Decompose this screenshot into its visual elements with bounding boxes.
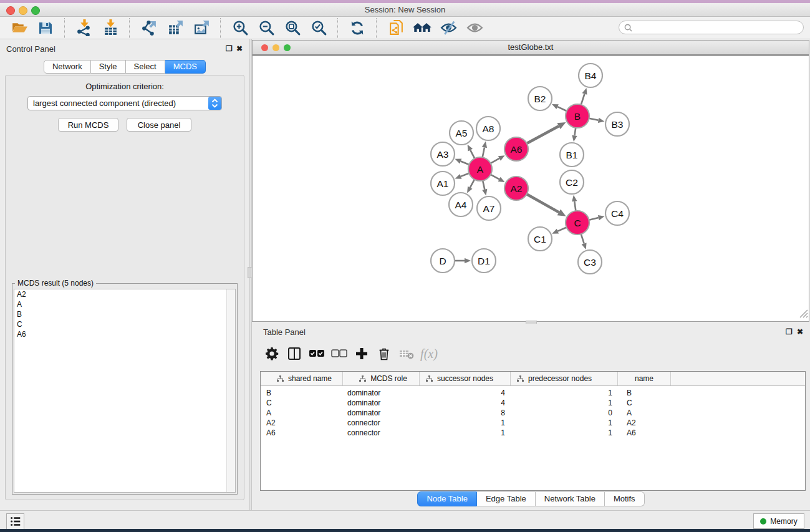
table-row[interactable]: A6connector11A6 bbox=[261, 428, 805, 438]
toolbar-separator bbox=[64, 18, 65, 38]
search-field[interactable] bbox=[635, 22, 803, 32]
graph-edge-A-A6[interactable] bbox=[491, 158, 499, 163]
table-row[interactable]: Adominator80A bbox=[261, 408, 805, 418]
resize-grip-icon[interactable] bbox=[799, 309, 808, 321]
table-panel-title: Table Panel bbox=[263, 327, 306, 337]
column-header-successor-nodes[interactable]: successor nodes bbox=[420, 372, 511, 385]
table-row[interactable]: Bdominator41B bbox=[261, 388, 805, 398]
hide-selected-icon[interactable] bbox=[438, 18, 458, 38]
import-network-icon[interactable] bbox=[74, 18, 94, 38]
mcds-result-item[interactable]: A bbox=[14, 299, 235, 309]
table-cell: B bbox=[261, 389, 343, 397]
show-all-icon[interactable] bbox=[465, 18, 485, 38]
table-cell: 4 bbox=[420, 389, 511, 397]
table-cell: C bbox=[618, 399, 671, 407]
mcds-result-item[interactable]: C bbox=[14, 319, 235, 329]
graph-edge-A-A4[interactable] bbox=[470, 180, 475, 188]
graph-edge-B-B3[interactable] bbox=[589, 118, 599, 120]
tab-style[interactable]: Style bbox=[91, 60, 126, 74]
delete-row-icon[interactable] bbox=[373, 344, 395, 363]
zoom-selected-icon[interactable] bbox=[309, 18, 329, 38]
tab-edge-table[interactable]: Edge Table bbox=[477, 491, 536, 506]
toolbar-separator bbox=[129, 18, 130, 38]
column-header-mcds-role[interactable]: MCDS role bbox=[343, 372, 420, 385]
export-image-icon[interactable] bbox=[191, 18, 211, 38]
tab-network[interactable]: Network bbox=[44, 60, 91, 74]
search-icon bbox=[624, 24, 632, 32]
close-table-panel-icon[interactable]: ✖ bbox=[797, 327, 803, 336]
select-all-icon[interactable] bbox=[306, 344, 328, 363]
task-history-button[interactable] bbox=[6, 513, 24, 530]
result-scrollbar[interactable] bbox=[226, 289, 235, 492]
optimization-criterion-select[interactable]: largest connected component (directed) bbox=[27, 96, 222, 110]
table-cell: A6 bbox=[261, 428, 343, 437]
graph-edge-A-A5[interactable] bbox=[470, 150, 475, 159]
column-header-shared-name[interactable]: shared name bbox=[261, 372, 343, 385]
tab-node-table[interactable]: Node Table bbox=[417, 491, 477, 506]
column-header-name[interactable]: name bbox=[618, 372, 671, 385]
close-panel-button[interactable]: Close panel bbox=[127, 118, 191, 132]
function-builder-icon[interactable]: f(x) bbox=[418, 344, 440, 363]
home-icon[interactable] bbox=[412, 18, 432, 38]
graph-edge-A2-C[interactable] bbox=[527, 194, 559, 212]
graph-edge-A-A3[interactable] bbox=[461, 162, 470, 165]
search-input[interactable] bbox=[619, 21, 804, 34]
column-header-predecessor-nodes[interactable]: predecessor nodes bbox=[511, 372, 618, 385]
tab-network-table[interactable]: Network Table bbox=[536, 491, 605, 506]
mcds-result-item[interactable]: A2 bbox=[14, 289, 235, 299]
graph-node-label: A8 bbox=[483, 123, 494, 134]
graph-edge-C-C1[interactable] bbox=[557, 228, 566, 231]
network-canvas[interactable]: B4B2BB3A8A5A6B1A3AC2A1A2A4A7C4CC1C3DD1 bbox=[253, 55, 809, 321]
memory-button[interactable]: Memory bbox=[753, 513, 804, 529]
deselect-all-icon[interactable] bbox=[328, 344, 350, 363]
import-table-icon[interactable] bbox=[100, 18, 120, 38]
mcds-result-item[interactable]: B bbox=[14, 309, 235, 319]
table-row[interactable]: A2connector11A2 bbox=[261, 418, 805, 428]
table-cell: 0 bbox=[511, 409, 618, 417]
graph-edge-A6-B[interactable] bbox=[527, 126, 559, 143]
tab-mcds[interactable]: MCDS bbox=[165, 60, 206, 74]
delete-table-icon[interactable] bbox=[395, 344, 418, 363]
settings-gear-icon[interactable] bbox=[261, 344, 283, 363]
close-panel-icon[interactable]: ✖ bbox=[236, 44, 243, 53]
table-tabs: Node Table Edge Table Network Table Moti… bbox=[252, 491, 810, 506]
graph-edge-C-C3[interactable] bbox=[581, 234, 584, 243]
zoom-fit-icon[interactable] bbox=[282, 18, 302, 38]
run-mcds-button[interactable]: Run MCDS bbox=[58, 118, 118, 132]
zoom-in-icon[interactable] bbox=[230, 18, 250, 38]
status-bar: Memory bbox=[0, 510, 810, 529]
float-table-panel-icon[interactable]: ❐ bbox=[786, 327, 793, 336]
save-icon[interactable] bbox=[36, 18, 55, 38]
mcds-result-item[interactable]: A6 bbox=[14, 329, 235, 339]
zoom-out-icon[interactable] bbox=[256, 18, 276, 38]
graph-edge-A-A1[interactable] bbox=[461, 173, 469, 177]
graph-edge-A-A8[interactable] bbox=[483, 147, 485, 157]
graph-edge-A-A2[interactable] bbox=[491, 175, 499, 179]
graph-edge-arrowhead bbox=[572, 135, 577, 142]
open-session-icon[interactable] bbox=[386, 18, 406, 38]
mcds-result-list[interactable]: A2ABCA6 bbox=[14, 289, 236, 493]
open-icon[interactable] bbox=[9, 18, 29, 38]
tab-motifs[interactable]: Motifs bbox=[605, 491, 645, 506]
export-network-icon[interactable] bbox=[139, 18, 159, 38]
graph-edge-C-C2[interactable] bbox=[574, 201, 576, 211]
graph-node-label: A1 bbox=[437, 178, 449, 189]
attribute-tree-icon bbox=[426, 375, 433, 382]
tab-select[interactable]: Select bbox=[126, 60, 165, 74]
graph-edge-A-A7[interactable] bbox=[483, 181, 485, 190]
refresh-icon[interactable] bbox=[347, 18, 367, 38]
graph-edge-B-B1[interactable] bbox=[574, 128, 576, 136]
graph-edge-B-B4[interactable] bbox=[581, 94, 585, 104]
columns-icon[interactable] bbox=[283, 344, 306, 363]
function-builder-label: f(x) bbox=[420, 347, 438, 361]
table-row[interactable]: Cdominator41C bbox=[261, 398, 805, 408]
column-label: shared name bbox=[288, 374, 332, 383]
graph-edge-C-C4[interactable] bbox=[589, 218, 598, 220]
export-table-icon[interactable] bbox=[165, 18, 185, 38]
float-panel-icon[interactable]: ❐ bbox=[226, 44, 233, 53]
graph-node-label: C1 bbox=[534, 234, 546, 244]
desktop-background-bottom bbox=[0, 529, 810, 532]
graph-edge-B-B2[interactable] bbox=[557, 107, 567, 111]
add-row-icon[interactable] bbox=[350, 344, 373, 363]
table-cell: 1 bbox=[420, 418, 511, 427]
